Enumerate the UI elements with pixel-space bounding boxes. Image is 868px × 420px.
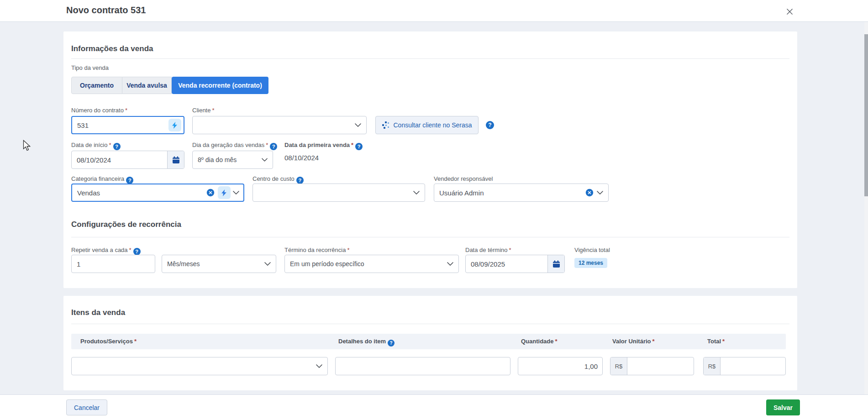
duration-badge: 12 meses	[574, 258, 607, 268]
chevron-down-icon	[233, 191, 239, 194]
autofill-lightning-icon[interactable]	[168, 119, 181, 131]
col-details: Detalhes do item?	[338, 338, 395, 346]
clear-icon[interactable]	[206, 189, 215, 197]
chevron-down-icon	[447, 262, 453, 266]
item-product-select[interactable]	[71, 357, 328, 375]
item-details-input[interactable]	[336, 362, 510, 370]
generation-day-select[interactable]: 8º dia do mês	[192, 151, 273, 169]
help-icon[interactable]: ?	[486, 121, 494, 129]
cancel-button[interactable]: Cancelar	[66, 399, 107, 415]
seller-select[interactable]: Usuário Admin	[434, 184, 609, 202]
chevron-down-icon	[316, 364, 322, 368]
period-unit-value: Mês/meses	[162, 260, 264, 268]
sale-info-card: Informações da venda Tipo da venda Orçam…	[63, 31, 797, 288]
help-icon[interactable]: ?	[296, 177, 304, 184]
help-icon[interactable]: ?	[113, 143, 121, 150]
first-sale-value: 08/10/2024	[284, 154, 319, 162]
help-icon[interactable]: ?	[388, 340, 395, 346]
cost-center-select[interactable]	[253, 184, 425, 202]
seller-value: Usuário Admin	[434, 189, 585, 197]
required-marker: *	[347, 247, 349, 253]
scrollbar-thumb[interactable]	[864, 34, 868, 196]
help-icon[interactable]: ?	[126, 177, 133, 184]
start-date-field[interactable]	[71, 151, 184, 169]
tab-venda-recorrente[interactable]: Venda recorrente (contrato)	[172, 77, 268, 94]
required-marker: *	[722, 338, 725, 345]
currency-prefix: R$	[704, 357, 721, 375]
item-details-field[interactable]	[335, 357, 510, 375]
chevron-down-icon	[355, 123, 361, 127]
item-quantity-input[interactable]	[518, 362, 602, 370]
seller-label: Vendedor responsável	[434, 175, 493, 182]
required-marker: *	[509, 247, 511, 253]
repeat-every-input[interactable]	[72, 260, 155, 268]
calendar-icon[interactable]	[547, 255, 564, 273]
contract-number-input[interactable]	[72, 121, 168, 129]
contract-number-field[interactable]	[71, 116, 184, 134]
item-unit-value-input[interactable]	[627, 362, 694, 370]
calendar-icon[interactable]	[167, 151, 184, 168]
divider	[71, 324, 789, 324]
chevron-down-icon	[413, 191, 420, 194]
financial-category-value: Vendas	[72, 189, 206, 197]
end-date-input[interactable]	[466, 255, 547, 273]
financial-category-label: Categoria financeira?	[71, 175, 133, 184]
autofill-lightning-icon[interactable]	[218, 186, 231, 199]
modal-header: Novo contrato 531	[0, 0, 868, 22]
serasa-icon	[382, 121, 389, 129]
tab-label: Orçamento	[80, 82, 114, 89]
item-total-field[interactable]: R$	[703, 357, 786, 375]
required-marker: *	[351, 142, 353, 148]
tab-venda-avulsa[interactable]: Venda avulsa	[122, 77, 172, 94]
clear-icon[interactable]	[585, 189, 594, 197]
item-total-input[interactable]	[721, 362, 785, 370]
sale-type-tabs: Orçamento Venda avulsa Venda recorrente …	[71, 77, 268, 94]
sale-type-label: Tipo da venda	[71, 64, 109, 71]
duration-label: Vigência total	[574, 247, 610, 253]
close-icon[interactable]	[784, 6, 794, 16]
serasa-button-label: Consultar cliente no Serasa	[394, 121, 472, 129]
help-icon[interactable]: ?	[355, 143, 363, 150]
divider	[71, 237, 789, 237]
mouse-cursor	[23, 140, 31, 153]
help-icon[interactable]: ?	[270, 143, 277, 150]
required-marker: *	[212, 107, 214, 114]
col-product: Produtos/Serviços*	[80, 338, 137, 345]
recurrence-end-select[interactable]: Em um período específico	[284, 255, 459, 273]
scrollbar-track[interactable]	[864, 22, 868, 420]
required-marker: *	[109, 142, 111, 148]
save-button[interactable]: Salvar	[766, 399, 800, 415]
end-date-label: Data de término*	[465, 247, 511, 253]
required-marker: *	[555, 338, 558, 345]
chevron-down-icon	[262, 158, 268, 162]
start-date-input[interactable]	[72, 151, 167, 168]
generation-day-label: Dia da geração das vendas*?	[192, 142, 277, 150]
section-title-items: Itens da venda	[71, 308, 125, 317]
item-unit-value-field[interactable]: R$	[610, 357, 694, 375]
recurrence-end-value: Em um período específico	[285, 260, 447, 268]
sale-items-card: Itens da venda Produtos/Serviços* Detalh…	[63, 296, 797, 390]
chevron-down-icon	[597, 191, 603, 194]
cost-center-label: Centro de custo?	[253, 175, 304, 184]
period-unit-select[interactable]: Mês/meses	[162, 255, 276, 273]
start-date-label: Data de início*?	[71, 142, 121, 150]
required-marker: *	[129, 247, 132, 253]
client-select[interactable]	[192, 116, 367, 134]
serasa-button[interactable]: Consultar cliente no Serasa	[375, 116, 479, 134]
repeat-every-field[interactable]	[71, 255, 155, 273]
item-quantity-field[interactable]	[518, 357, 603, 375]
financial-category-select[interactable]: Vendas	[71, 184, 244, 202]
items-table-header: Produtos/Serviços* Detalhes do item? Qua…	[71, 334, 786, 349]
section-title-sale-info: Informações da venda	[71, 44, 153, 53]
recurrence-end-label: Término da recorrência*	[284, 247, 349, 253]
tab-orcamento[interactable]: Orçamento	[71, 77, 122, 94]
modal-footer: Cancelar Salvar	[0, 394, 868, 420]
contract-number-label: Número do contrato*	[71, 107, 127, 114]
tab-label: Venda recorrente (contrato)	[178, 82, 262, 89]
divider	[71, 58, 789, 59]
end-date-field[interactable]	[465, 255, 565, 273]
col-unit-value: Valor Unitário*	[612, 338, 655, 345]
required-marker: *	[652, 338, 655, 345]
help-icon[interactable]: ?	[133, 248, 141, 255]
currency-prefix: R$	[610, 357, 627, 375]
